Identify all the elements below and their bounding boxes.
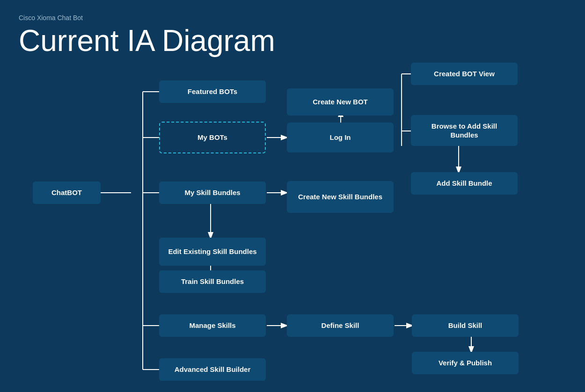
add-skill-bundle-node: Add Skill Bundle (411, 172, 518, 195)
header: Cisco Xioma Chat Bot Current IA Diagram (19, 14, 275, 57)
created-bot-view-node: Created BOT View (411, 63, 518, 85)
my-bots-node: My BOTs (159, 122, 266, 153)
browse-add-skill-node: Browse to Add Skill Bundles (411, 115, 518, 146)
app-name: Cisco Xioma Chat Bot (19, 14, 275, 22)
page-title: Current IA Diagram (19, 24, 275, 57)
build-skill-node: Build Skill (412, 314, 519, 337)
advanced-skill-node: Advanced Skill Builder (159, 358, 266, 381)
login-node: Log In (287, 123, 394, 152)
train-skill-node: Train Skill Bundles (159, 270, 266, 293)
create-new-bot-node: Create New BOT (287, 88, 394, 116)
create-new-skill-node: Create New Skill Bundles (287, 181, 394, 213)
define-skill-node: Define Skill (287, 314, 394, 337)
manage-skills-node: Manage Skills (159, 314, 266, 337)
chatbot-node: ChatBOT (33, 181, 101, 204)
my-skill-bundles-node: My Skill Bundles (159, 181, 266, 204)
featured-bots-node: Featured BOTs (159, 80, 266, 103)
verify-publish-node: Verify & Publish (412, 352, 519, 374)
edit-existing-node: Edit Existing Skill Bundles (159, 238, 266, 266)
